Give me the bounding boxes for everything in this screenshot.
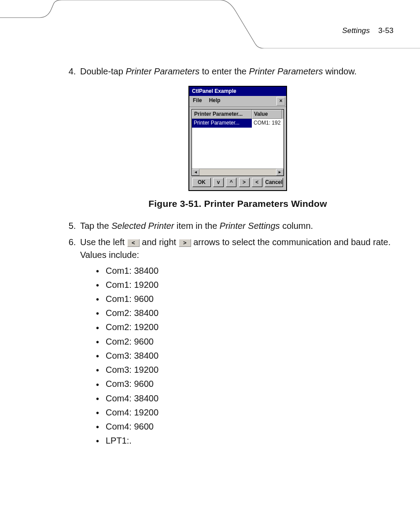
right-arrow-key-icon: > <box>179 239 191 247</box>
values-list: Com1: 38400 Com1: 19200 Com1: 9600 Com2:… <box>96 264 395 448</box>
scroll-left-button[interactable]: ◄ <box>192 169 199 176</box>
th-value[interactable]: Value <box>252 110 282 119</box>
step-4-em-1: Printer Parameters <box>125 66 199 76</box>
step-4-text: Double-tap <box>80 66 125 76</box>
step-4-text-3: window. <box>323 66 357 76</box>
ctlpanel-table: Printer Parameter... Value Printer Param… <box>192 109 284 176</box>
menu-file[interactable]: File <box>189 96 206 106</box>
table-row[interactable]: Printer Parameter... COM1: 192 <box>192 119 284 127</box>
ctlpanel-window: CtlPanel Example File Help × Printer Par… <box>188 86 287 191</box>
step-5: Tap the Selected Printer item in the Pri… <box>78 220 395 232</box>
ok-button[interactable]: OK <box>192 178 211 187</box>
th-parameter[interactable]: Printer Parameter... <box>192 110 252 119</box>
scroll-right-button[interactable]: ► <box>276 169 284 176</box>
list-item: Com3: 38400 <box>96 349 395 363</box>
list-item: Com4: 9600 <box>96 420 395 434</box>
ctlpanel-title: CtlPanel Example <box>189 87 286 96</box>
list-item: Com1: 9600 <box>96 292 395 306</box>
close-button[interactable]: × <box>276 97 285 105</box>
step-5-em-2: Printer Settings <box>220 221 280 231</box>
cell-value: COM1: 192 <box>252 119 282 127</box>
step-4: Double-tap Printer Parameters to enter t… <box>78 65 395 211</box>
next-button[interactable]: > <box>239 178 250 187</box>
page-header: Settings 3-53 <box>342 26 394 35</box>
step-6: Use the left < and right > arrows to sel… <box>78 236 395 448</box>
list-item: LPT1:. <box>96 434 395 448</box>
step-5-text: Tap the <box>80 221 111 231</box>
list-item: Com2: 38400 <box>96 306 395 320</box>
ctlpanel-menubar: File Help × <box>189 96 286 107</box>
prev-button[interactable]: < <box>252 178 262 187</box>
list-item: Com4: 38400 <box>96 392 395 406</box>
step-4-em-2: Printer Parameters <box>249 66 323 76</box>
step-6-text-2: and right <box>140 237 179 247</box>
page-tab-outline <box>0 0 420 48</box>
hscrollbar[interactable]: ◄ ► <box>192 169 284 176</box>
menu-help[interactable]: Help <box>206 96 224 106</box>
header-section-label: Settings <box>342 26 370 35</box>
down-button[interactable]: v <box>213 178 224 187</box>
left-arrow-key-icon: < <box>127 239 140 247</box>
step-5-em-1: Selected Printer <box>111 221 174 231</box>
list-item: Com1: 19200 <box>96 278 395 292</box>
list-item: Com4: 19200 <box>96 406 395 420</box>
step-4-text-2: to enter the <box>199 66 249 76</box>
header-page-number: 3-53 <box>378 26 394 35</box>
step-5-text-3: column. <box>280 221 313 231</box>
cancel-button[interactable]: Cancel <box>265 178 283 187</box>
up-button[interactable]: ^ <box>226 178 236 187</box>
list-item: Com3: 19200 <box>96 363 395 377</box>
step-5-text-2: item in the <box>174 221 219 231</box>
list-item: Com1: 38400 <box>96 264 395 278</box>
scroll-track[interactable] <box>199 169 276 176</box>
list-item: Com2: 19200 <box>96 320 395 334</box>
figure-caption: Figure 3-51. Printer Parameters Window <box>80 197 395 210</box>
list-item: Com2: 9600 <box>96 335 395 349</box>
step-6-text: Use the left <box>80 237 127 247</box>
list-item: Com3: 9600 <box>96 377 395 391</box>
cell-parameter: Printer Parameter... <box>192 119 252 127</box>
